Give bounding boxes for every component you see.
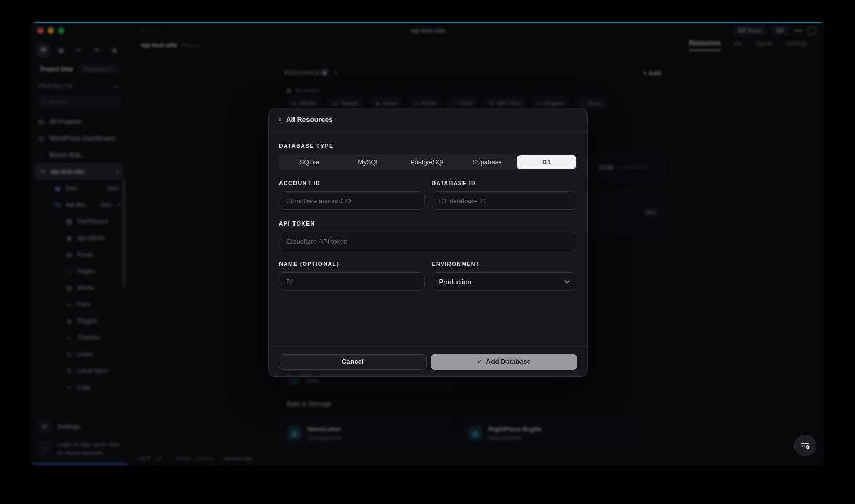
add-database-button[interactable]: ✓ Add Database <box>431 354 578 370</box>
back-chevron-icon[interactable]: ‹ <box>278 115 282 123</box>
check-icon: ✓ <box>476 358 482 366</box>
chevron-down-icon <box>564 280 570 284</box>
database-id-field[interactable] <box>432 191 578 210</box>
window-accent-edge <box>31 22 824 23</box>
cancel-button[interactable]: Cancel <box>279 354 427 370</box>
segment-sqlite[interactable]: SQLite <box>280 155 339 169</box>
name-optional-label: NAME (OPTIONAL) <box>279 261 425 267</box>
agent-actions-fab[interactable] <box>794 435 816 456</box>
name-field[interactable] <box>279 272 425 291</box>
segment-d1[interactable]: D1 <box>517 155 576 169</box>
segment-mysql[interactable]: MySQL <box>339 155 398 169</box>
modal-back-link[interactable]: All Resources <box>286 116 333 123</box>
list-sparkle-icon <box>800 440 811 451</box>
environment-value: Production <box>439 278 471 286</box>
modal-header: ‹ All Resources <box>269 108 587 131</box>
account-id-label: ACCOUNT ID <box>279 180 425 186</box>
segment-postgresql[interactable]: PostgreSQL <box>398 155 457 169</box>
environment-select[interactable]: Production <box>432 272 578 291</box>
api-token-label: API TOKEN <box>279 220 577 227</box>
segment-supabase[interactable]: Supabase <box>458 155 517 169</box>
database-type-segmented-control: SQLite MySQL PostgreSQL Supabase D1 <box>279 154 577 170</box>
database-type-label: DATABASE TYPE <box>279 143 577 149</box>
cancel-label: Cancel <box>342 358 364 366</box>
add-database-modal: ‹ All Resources DATABASE TYPE SQLite MyS… <box>268 108 588 377</box>
modal-footer: Cancel ✓ Add Database <box>269 346 587 376</box>
add-database-label: Add Database <box>486 358 531 366</box>
api-token-field[interactable] <box>279 232 577 250</box>
app-window: ⚒ ▣ ≡ ✉ ◉ Project View Resource V... PRO… <box>31 22 824 466</box>
account-id-field[interactable] <box>279 191 425 210</box>
database-id-label: DATABASE ID <box>432 180 578 186</box>
environment-label: ENVIRONMENT <box>432 261 578 267</box>
